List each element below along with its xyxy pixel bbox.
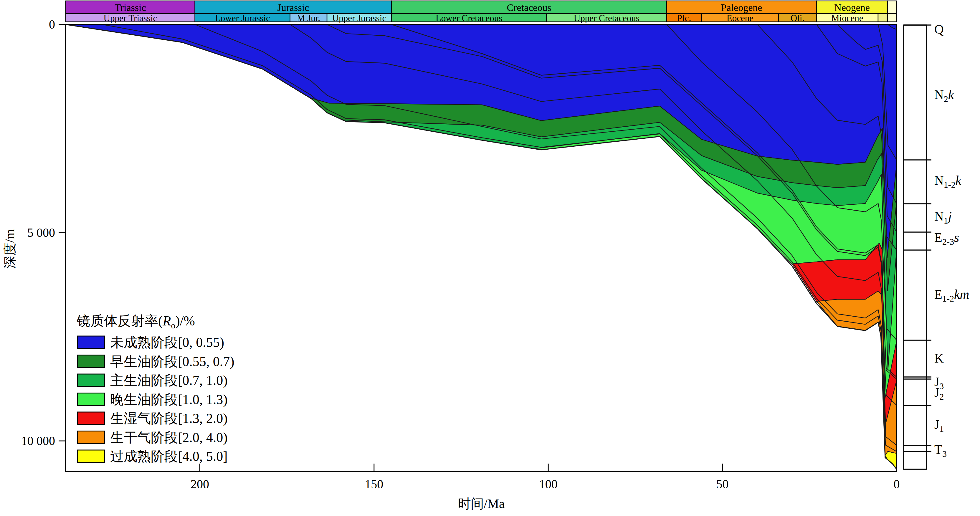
era-label: Jurassic bbox=[277, 2, 309, 13]
era-cell-row2-unlabeled bbox=[878, 14, 888, 22]
era-label: Upper Triassic bbox=[104, 13, 157, 23]
legend-swatch-dry_gas bbox=[78, 431, 105, 443]
y-tick-label: 5 000 bbox=[27, 226, 56, 240]
legend-label-dry_gas: 生干气阶段[2.0, 4.0) bbox=[110, 430, 228, 445]
strat-unit-label-e2-3: E2-3s bbox=[934, 230, 959, 246]
era-cell-row2-unlabeled bbox=[888, 14, 897, 22]
legend: 未成熟阶段[0, 0.55)早生油阶段[0.55, 0.7)主生油阶段[0.7,… bbox=[78, 335, 234, 464]
era-cell-row1-unlabeled bbox=[888, 1, 897, 14]
strat-unit-label-k: K bbox=[934, 351, 944, 365]
era-label: Lower Jurassic bbox=[215, 13, 270, 23]
strat-unit-label-t3: T3 bbox=[934, 442, 947, 459]
era-label: Triassic bbox=[115, 2, 146, 13]
y-tick-label: 10 000 bbox=[21, 434, 56, 448]
legend-label-main_oil: 主生油阶段[0.7, 1.0) bbox=[110, 373, 228, 388]
legend-title: 镜质体反射率(Ro)/% bbox=[76, 313, 195, 330]
strat-column: QN2kN1-2kN1jE2-3sE1-2kmKJ3J2J1T3 bbox=[904, 22, 969, 469]
legend-label-wet_gas: 生湿气阶段[1.3, 2.0) bbox=[110, 411, 228, 426]
time-axis: 200150100500 bbox=[191, 464, 900, 491]
x-tick-label: 0 bbox=[894, 478, 900, 491]
x-tick-label: 200 bbox=[191, 478, 209, 491]
burial-history-figure: TriassicJurassicCretaceousPaleogeneNeoge… bbox=[0, 0, 980, 516]
time-axis-title: 时间/Ma bbox=[458, 497, 505, 511]
legend-swatch-late_oil bbox=[78, 393, 105, 406]
strat-unit-label-n1: N1j bbox=[934, 209, 952, 225]
strat-unit-label-n1-2: N1-2k bbox=[934, 173, 962, 189]
x-tick-label: 100 bbox=[539, 478, 558, 491]
legend-swatch-over_mature bbox=[78, 450, 105, 462]
strat-column-box bbox=[904, 25, 927, 469]
strat-unit-label-e1-2: E1-2km bbox=[934, 287, 969, 303]
legend-label-early_oil: 早生油阶段[0.55, 0.7) bbox=[110, 354, 234, 369]
strat-unit-label-q: Q bbox=[934, 22, 944, 37]
era-label: Eocene bbox=[727, 13, 754, 23]
depth-axis: 05 00010 000 bbox=[21, 17, 66, 448]
legend-swatch-early_oil bbox=[78, 355, 105, 368]
y-tick-label: 0 bbox=[49, 17, 55, 31]
strat-unit-label-n2: N2k bbox=[934, 87, 955, 104]
legend-swatch-wet_gas bbox=[78, 412, 105, 424]
legend-swatch-main_oil bbox=[78, 374, 105, 386]
era-label: Upper Cretaceous bbox=[574, 13, 640, 23]
strat-unit-label-j1: J1 bbox=[934, 418, 944, 433]
x-tick-label: 50 bbox=[716, 478, 729, 491]
burial-history-chart: TriassicJurassicCretaceousPaleogeneNeoge… bbox=[0, 0, 980, 516]
era-label: Upper Jurassic bbox=[332, 13, 386, 23]
x-tick-label: 150 bbox=[365, 478, 383, 491]
legend-label-immature: 未成熟阶段[0, 0.55) bbox=[110, 335, 224, 350]
era-label: Neogene bbox=[834, 2, 870, 13]
geologic-time-bar: TriassicJurassicCretaceousPaleogeneNeoge… bbox=[66, 1, 897, 23]
legend-swatch-immature bbox=[78, 336, 105, 348]
era-label: Miocene bbox=[831, 13, 863, 23]
depth-axis-title: 深度/m bbox=[3, 229, 17, 268]
era-label: Plc. bbox=[677, 13, 691, 23]
legend-label-late_oil: 晚生油阶段[1.0, 1.3) bbox=[110, 392, 228, 407]
era-label: Oli. bbox=[791, 13, 805, 23]
era-label: Paleogene bbox=[721, 2, 762, 13]
era-label: Cretaceous bbox=[507, 2, 551, 13]
era-label: Lower Cretaceous bbox=[436, 13, 502, 23]
era-label: M Jur. bbox=[297, 13, 320, 23]
legend-label-over_mature: 过成熟阶段[4.0, 5.0] bbox=[110, 449, 228, 464]
